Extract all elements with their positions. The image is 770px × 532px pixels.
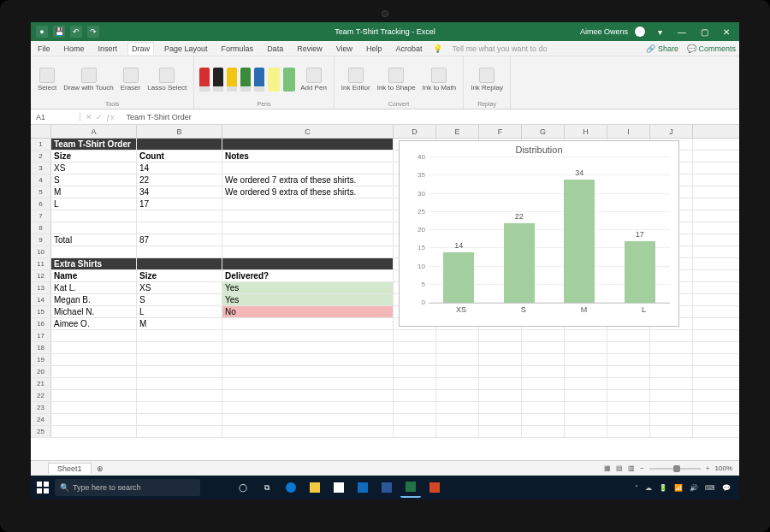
- cell[interactable]: [436, 390, 479, 401]
- cell[interactable]: [222, 402, 394, 413]
- cell[interactable]: [222, 330, 394, 341]
- cell[interactable]: [222, 210, 394, 222]
- col-header-D[interactable]: D: [394, 125, 436, 138]
- pen-blue[interactable]: [254, 68, 264, 92]
- row-header-4[interactable]: 4: [31, 174, 51, 186]
- store-icon[interactable]: [329, 477, 349, 498]
- ink-replay-button[interactable]: Ink Replay: [469, 68, 505, 92]
- ink-to-shape-button[interactable]: Ink to Shape: [376, 68, 418, 92]
- tab-formulas[interactable]: Formulas: [218, 43, 258, 55]
- row-header-6[interactable]: 6: [31, 198, 51, 210]
- start-button[interactable]: [34, 479, 51, 496]
- col-header-G[interactable]: G: [522, 125, 565, 138]
- row-header-8[interactable]: 8: [31, 222, 51, 233]
- cell[interactable]: [565, 378, 607, 389]
- tab-view[interactable]: View: [333, 43, 356, 55]
- tab-page-layout[interactable]: Page Layout: [161, 43, 211, 55]
- spreadsheet-grid[interactable]: A B C D E F G H I J 1Team T-Shirt Order2…: [31, 125, 739, 460]
- cell[interactable]: [565, 354, 607, 365]
- cell[interactable]: [650, 426, 693, 437]
- outlook-icon[interactable]: [352, 477, 373, 498]
- cell[interactable]: [565, 330, 607, 341]
- cell[interactable]: [479, 330, 522, 341]
- undo-icon[interactable]: ↶: [70, 26, 82, 38]
- draw-touch-tool[interactable]: Draw with Touch: [62, 68, 116, 92]
- cortana-icon[interactable]: ◯: [233, 477, 253, 498]
- row-header-24[interactable]: 24: [31, 414, 51, 425]
- cell[interactable]: Kat L.: [51, 282, 137, 293]
- cell[interactable]: XS: [137, 282, 222, 293]
- tab-help[interactable]: Help: [363, 43, 386, 55]
- col-header-J[interactable]: J: [650, 125, 693, 138]
- pen-green[interactable]: [240, 68, 251, 92]
- cell[interactable]: [137, 258, 222, 269]
- file-explorer-icon[interactable]: [305, 477, 325, 498]
- cell[interactable]: [436, 414, 479, 425]
- cell[interactable]: [436, 342, 479, 353]
- cell[interactable]: [522, 354, 565, 365]
- cell[interactable]: [436, 402, 479, 413]
- row-header-19[interactable]: 19: [31, 354, 51, 365]
- cell[interactable]: [479, 354, 522, 365]
- cell[interactable]: [522, 366, 565, 377]
- col-header-F[interactable]: F: [479, 125, 522, 138]
- tab-data[interactable]: Data: [264, 43, 287, 55]
- col-header-E[interactable]: E: [436, 125, 479, 138]
- cell[interactable]: M: [51, 186, 137, 198]
- cell[interactable]: We ordered 9 extra of these shirts.: [222, 186, 394, 198]
- volume-icon[interactable]: 🔊: [690, 484, 698, 492]
- cell[interactable]: L: [51, 198, 137, 210]
- add-sheet-icon[interactable]: ⊕: [97, 464, 104, 473]
- row-header-18[interactable]: 18: [31, 342, 51, 353]
- row-header-16[interactable]: 16: [31, 318, 51, 329]
- formula-input[interactable]: Team T-Shirt Order: [120, 113, 739, 121]
- row-header-12[interactable]: 12: [31, 270, 51, 281]
- cell[interactable]: [137, 139, 222, 150]
- cell[interactable]: Count: [137, 151, 222, 162]
- cell[interactable]: XS: [51, 163, 137, 174]
- cell[interactable]: [51, 210, 137, 222]
- cell[interactable]: [607, 414, 650, 425]
- view-page-layout-icon[interactable]: ▤: [616, 464, 623, 472]
- cancel-formula-icon[interactable]: ✕: [86, 113, 92, 121]
- keyboard-icon[interactable]: ⌨: [705, 484, 715, 492]
- highlighter-yellow[interactable]: [268, 68, 280, 92]
- cell[interactable]: [137, 330, 222, 341]
- cell[interactable]: Size: [137, 270, 222, 281]
- cell[interactable]: [51, 246, 137, 257]
- cell[interactable]: [479, 414, 522, 425]
- cell[interactable]: [607, 342, 650, 353]
- cell[interactable]: [436, 354, 479, 365]
- cell[interactable]: [479, 342, 522, 353]
- cell[interactable]: [137, 354, 222, 365]
- cell[interactable]: [650, 390, 693, 401]
- cell[interactable]: [394, 354, 436, 365]
- row-header-1[interactable]: 1: [31, 139, 51, 150]
- pen-red[interactable]: [199, 68, 210, 92]
- highlighter-green[interactable]: [283, 68, 295, 92]
- cell[interactable]: [222, 414, 394, 425]
- cell[interactable]: Extra Shirts: [51, 258, 137, 269]
- cell[interactable]: [565, 366, 607, 377]
- powerpoint-icon[interactable]: [424, 477, 445, 498]
- cell[interactable]: [479, 378, 522, 389]
- row-header-17[interactable]: 17: [31, 330, 51, 341]
- pen-black[interactable]: [213, 68, 223, 92]
- lasso-tool[interactable]: Lasso Select: [145, 68, 188, 92]
- cell[interactable]: [650, 378, 693, 389]
- excel-icon[interactable]: [400, 477, 421, 498]
- row-header-5[interactable]: 5: [31, 186, 51, 198]
- cell[interactable]: [479, 366, 522, 377]
- cell[interactable]: [222, 246, 394, 257]
- cell[interactable]: [222, 366, 394, 377]
- cell[interactable]: [222, 234, 394, 245]
- cell[interactable]: Name: [51, 270, 137, 281]
- ink-editor-button[interactable]: Ink Editor: [340, 68, 372, 92]
- cell[interactable]: Michael N.: [51, 306, 137, 317]
- cell[interactable]: S: [51, 174, 137, 186]
- autosave-toggle[interactable]: ●: [36, 26, 48, 38]
- cell[interactable]: [436, 426, 479, 437]
- row-header-3[interactable]: 3: [31, 163, 51, 174]
- tab-home[interactable]: Home: [61, 43, 88, 55]
- cell[interactable]: [51, 390, 137, 401]
